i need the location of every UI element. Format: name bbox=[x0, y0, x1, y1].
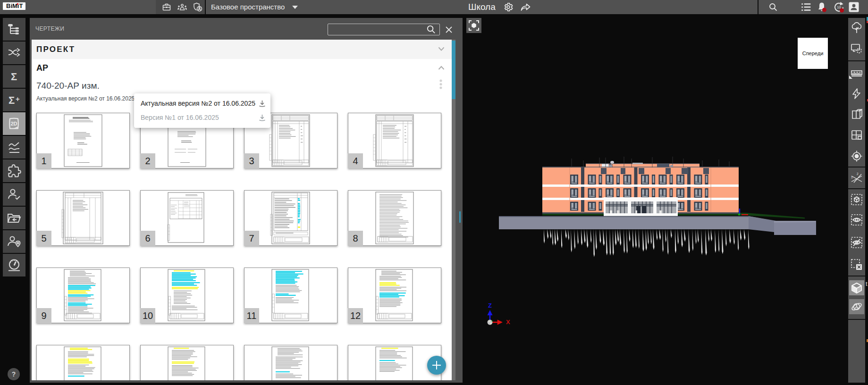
svg-text:1: 1 bbox=[851, 176, 853, 179]
svg-text:+: + bbox=[16, 95, 20, 103]
svg-text:2: 2 bbox=[857, 172, 859, 176]
svg-text:2D: 2D bbox=[11, 121, 17, 126]
svg-text:Σ: Σ bbox=[8, 94, 15, 106]
svg-text:Σ: Σ bbox=[11, 71, 17, 83]
svg-text:Z: Z bbox=[488, 302, 492, 309]
svg-text:X: X bbox=[506, 318, 510, 326]
